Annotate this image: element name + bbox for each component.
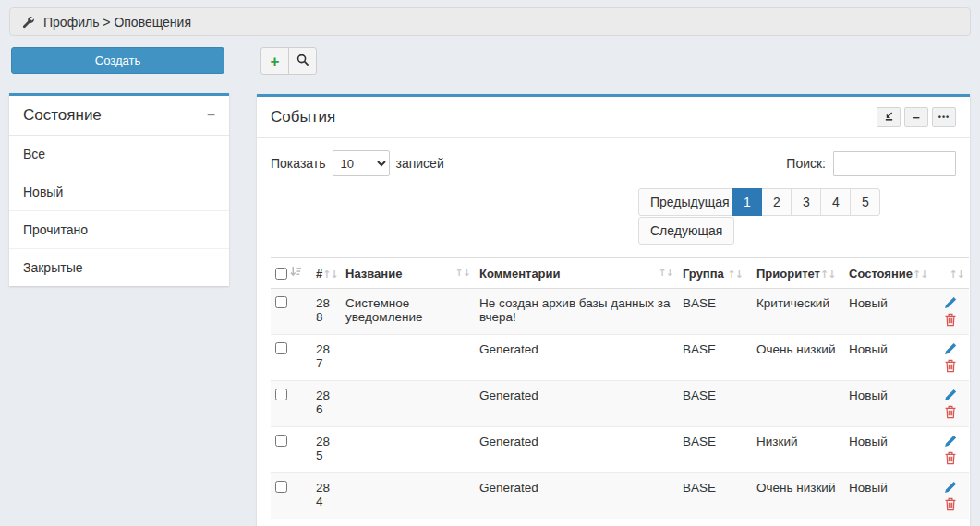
cell-name: [341, 427, 475, 473]
trash-icon: [944, 408, 957, 422]
cell-priority: Критический: [752, 289, 844, 335]
table-row: 285 Generated BASE Низкий Новый: [271, 427, 969, 473]
sort-icon[interactable]: ↑↓: [659, 267, 673, 279]
cell-id: 288: [311, 289, 341, 335]
select-all-checkbox[interactable]: [275, 268, 287, 280]
minimize-button[interactable]: −: [904, 107, 928, 127]
sort-icon[interactable]: ↑↓: [950, 269, 964, 281]
events-panel-header: События −: [257, 97, 970, 138]
page-button-4[interactable]: 4: [820, 188, 851, 216]
edit-button[interactable]: [944, 296, 957, 309]
row-checkbox[interactable]: [275, 481, 287, 493]
sidebar-item-closed[interactable]: Закрытые: [9, 249, 229, 286]
state-panel-title: Состояние: [23, 106, 102, 125]
cell-id: 286: [311, 381, 341, 427]
events-panel-title: События: [271, 108, 335, 126]
row-checkbox[interactable]: [275, 342, 287, 354]
trash-icon: [944, 500, 957, 514]
trash-icon: [944, 316, 957, 329]
table-row: 286 Generated BASE Новый: [271, 381, 969, 427]
cell-state: Новый: [844, 335, 932, 381]
cell-id: 287: [311, 335, 341, 381]
cell-group: BASE: [678, 381, 752, 427]
cell-group: BASE: [678, 427, 752, 473]
delete-button[interactable]: [944, 359, 957, 373]
sort-icon[interactable]: ↑↓: [727, 269, 742, 281]
sidebar-item-new[interactable]: Новый: [9, 173, 229, 211]
header-group[interactable]: Группа: [683, 267, 724, 281]
sort-icon[interactable]: ↑↓: [455, 267, 470, 279]
header-name[interactable]: Название: [345, 267, 402, 281]
add-button[interactable]: +: [260, 47, 289, 75]
cell-state: Новый: [844, 289, 932, 335]
pagination: Предыдущая 1 2 3 4 5 Следующая: [638, 188, 880, 245]
table-header-row: #↑↓ ↑↓Название ↑↓Комментарии Группа ↑↓: [271, 258, 969, 289]
plus-icon: +: [271, 54, 280, 69]
delete-button[interactable]: [944, 497, 957, 511]
cell-name: Системное уведомление: [341, 289, 475, 335]
sidebar-item-read[interactable]: Прочитано: [9, 211, 229, 249]
table-row: 284 Generated BASE Очень низкий Новый: [271, 473, 969, 520]
header-state[interactable]: Состояние: [849, 267, 913, 281]
more-options-button[interactable]: •••: [932, 107, 956, 127]
page-length-select[interactable]: 10: [333, 150, 390, 176]
edit-button[interactable]: [944, 435, 957, 448]
sort-icon[interactable]: ↑↓: [913, 269, 927, 281]
page-button-1[interactable]: 1: [732, 188, 762, 216]
breadcrumb-path: Профиль > Оповещения: [43, 15, 191, 30]
cell-name: [341, 335, 475, 381]
edit-button[interactable]: [944, 342, 957, 355]
page-button-3[interactable]: 3: [791, 188, 821, 216]
edit-button[interactable]: [944, 481, 957, 494]
page-length-control: Показать 10 записей: [271, 150, 444, 176]
length-suffix-label: записей: [396, 156, 444, 171]
search-control: Поиск:: [786, 151, 956, 176]
search-button[interactable]: [288, 47, 317, 75]
cell-group: BASE: [678, 473, 752, 520]
pencil-icon: [944, 483, 957, 496]
top-toolbar: +: [260, 47, 317, 75]
cell-state: Новый: [844, 427, 932, 473]
cell-name: [341, 381, 475, 427]
trash-icon: [944, 362, 957, 376]
page-button-2[interactable]: 2: [761, 188, 792, 216]
cell-comment: Не создан архив базы данных за вчера!: [475, 289, 678, 335]
events-table: #↑↓ ↑↓Название ↑↓Комментарии Группа ↑↓: [271, 257, 969, 519]
ellipsis-icon: •••: [938, 114, 950, 122]
prev-page-button[interactable]: Предыдущая: [638, 188, 732, 216]
right-column: + События: [257, 47, 970, 526]
pencil-icon: [944, 390, 957, 404]
sidebar-item-all[interactable]: Все: [9, 136, 229, 173]
sort-icon[interactable]: ↑↓: [820, 269, 835, 281]
sort-amount-icon[interactable]: [290, 266, 302, 281]
header-comment[interactable]: Комментарии: [479, 267, 561, 281]
cell-name: [341, 473, 475, 520]
table-row: 288 Системное уведомление Не создан архи…: [271, 289, 969, 335]
next-page-button[interactable]: Следующая: [638, 217, 734, 245]
pagination-row-1: Предыдущая 1 2 3 4 5: [638, 188, 880, 216]
length-prefix-label: Показать: [271, 156, 326, 171]
sort-icon[interactable]: ↑↓: [322, 269, 337, 281]
collapse-minus-icon[interactable]: −: [207, 108, 215, 123]
row-checkbox[interactable]: [275, 296, 287, 308]
trash-icon: [944, 454, 957, 468]
cell-group: BASE: [678, 335, 752, 381]
cell-priority: Очень низкий: [752, 335, 844, 381]
row-checkbox[interactable]: [275, 435, 287, 447]
edit-button[interactable]: [944, 389, 957, 401]
cell-comment: Generated: [475, 381, 678, 427]
pagination-row-2: Следующая: [638, 216, 880, 245]
search-icon: [296, 54, 309, 69]
delete-button[interactable]: [944, 405, 957, 419]
create-button[interactable]: Создать: [11, 47, 224, 74]
main-content: Создать Состояние − Все Новый Прочитано …: [0, 47, 980, 526]
state-filter-panel: Состояние − Все Новый Прочитано Закрытые: [9, 93, 229, 286]
header-priority[interactable]: Приоритет: [756, 267, 820, 281]
row-checkbox[interactable]: [275, 389, 287, 400]
page-button-5[interactable]: 5: [850, 188, 880, 216]
search-input[interactable]: [833, 151, 956, 176]
export-button[interactable]: [877, 107, 901, 127]
delete-button[interactable]: [944, 451, 957, 465]
cell-comment: Generated: [475, 427, 678, 473]
delete-button[interactable]: [944, 313, 957, 327]
